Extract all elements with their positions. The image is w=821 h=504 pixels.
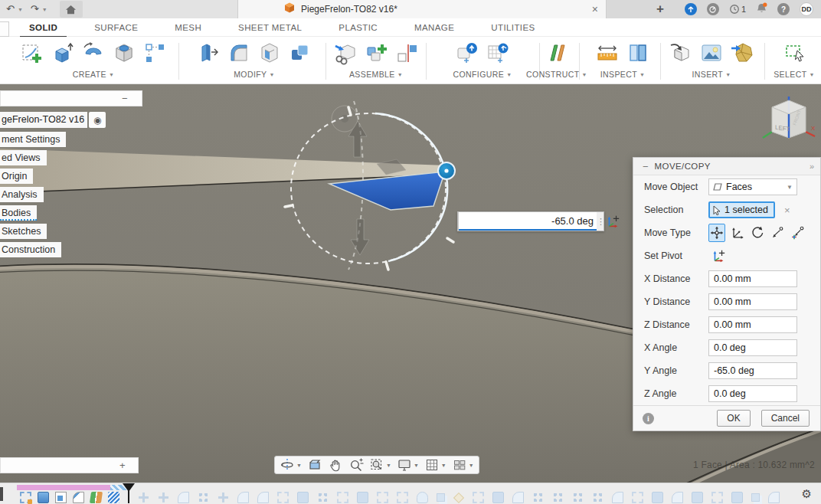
browser-minimize-icon[interactable]: − [122,93,128,104]
construct-group-label[interactable]: CONSTRUCT▼ [526,70,587,79]
browser-item-construction[interactable]: Construction [0,242,61,257]
timeline-rolled-extrude-icon[interactable] [692,492,703,503]
revolve-icon[interactable] [80,40,106,66]
undo-dropdown-icon[interactable]: ▼ [18,7,23,12]
browser-item-sketches[interactable]: Sketches [0,224,47,239]
modify-group-label[interactable]: MODIFY▼ [234,70,275,79]
select-icon[interactable] [781,40,807,66]
configuration-icon[interactable] [454,40,480,66]
timeline-group-bar[interactable] [17,485,110,490]
pan-icon[interactable] [328,457,343,473]
chevron-down-icon[interactable]: ▼ [414,463,419,468]
timeline-rolled-move-icon[interactable] [138,492,149,503]
browser-add-icon[interactable]: + [119,460,126,471]
redo-dropdown-icon[interactable]: ▼ [42,7,47,12]
view-cube[interactable]: LEFT FRONT X [760,92,818,152]
close-tab-icon[interactable]: × [592,3,598,15]
extrude-icon[interactable] [50,40,76,66]
shell-icon[interactable] [257,40,283,66]
orbit-icon[interactable]: ▼ [280,457,302,473]
more-options-icon[interactable]: ⋮ [597,212,605,231]
browser-item-bodies[interactable]: Bodies [0,205,37,221]
timeline-rolled-combine-icon[interactable] [437,493,445,502]
timeline-rolled-pattern-icon[interactable] [198,492,209,503]
canvas-icon[interactable] [698,40,725,66]
expand-icon[interactable]: » [810,162,814,171]
y-distance-field[interactable] [708,293,797,310]
avatar[interactable]: DD [800,2,813,16]
timeline-playhead[interactable] [123,483,135,504]
set-pivot-button[interactable] [708,247,728,265]
tab-utilities[interactable]: UTILITIES [473,18,553,37]
angle-input[interactable] [459,212,597,231]
info-icon[interactable]: i [643,413,654,424]
x-distance-field[interactable] [708,270,797,287]
undo-icon[interactable]: ↶ [5,0,16,18]
move-type-free-move[interactable] [708,224,725,242]
chevron-down-icon[interactable]: ▼ [296,463,302,468]
document-tab[interactable]: PiegeFrelon-TO82 v16* × [237,0,607,18]
activate-component-icon[interactable]: ◉ [89,112,106,128]
hole-icon[interactable] [111,40,137,66]
timeline-rolled-pattern-icon[interactable] [532,492,544,503]
timeline-rolled-pattern-icon[interactable] [572,492,584,503]
timeline-rolled-sketch-icon[interactable] [711,492,723,503]
press-pull-icon[interactable] [195,40,221,66]
timeline-rolled-fillet-icon[interactable] [178,492,189,503]
section-analysis-icon[interactable] [625,40,651,66]
timeline-fillet-icon[interactable] [73,492,84,503]
display-settings-icon[interactable]: ▼ [397,457,419,473]
window-zoom-icon[interactable]: ▼ [369,457,391,473]
timeline-rolled-move-icon[interactable] [158,492,169,503]
timeline-sketch-icon[interactable] [20,492,31,503]
timeline-rolled-sketch-icon[interactable] [397,492,408,503]
set-pivot-icon[interactable] [605,212,620,231]
tab-manage[interactable]: MANAGE [396,18,473,37]
browser-item-analysis[interactable]: Analysis [0,187,44,202]
timeline-settings-gear-icon[interactable]: ⚙ [802,487,812,501]
browser-item-ment-settings[interactable]: ment Settings [0,132,66,147]
look-at-icon[interactable] [307,457,322,473]
create-sketch-icon[interactable] [19,40,45,66]
tab-sheet-metal[interactable]: SHEET METAL [220,18,320,37]
assemble-group-label[interactable]: ASSEMBLE▼ [349,70,403,79]
move-type-rotate[interactable] [749,224,766,242]
inspect-group-label[interactable]: INSPECT▼ [600,70,646,79]
browser-root-item[interactable]: geFrelon-TO82 v16 ◉ [0,112,142,128]
timeline-rolled-revolve-icon[interactable] [417,492,428,503]
move-type-translate[interactable] [728,224,745,242]
tab-plastic[interactable]: PLASTIC [320,18,396,37]
tab-solid[interactable]: SOLID [11,18,76,37]
timeline-plane-icon[interactable] [90,492,103,503]
home-icon[interactable] [60,1,83,18]
timeline-coil-icon[interactable] [108,492,119,503]
z-angle-field[interactable] [708,385,797,402]
browser-item-ed-views[interactable]: ed Views [0,150,47,165]
tab-surface[interactable]: SURFACE [76,18,156,37]
rigid-group-icon[interactable] [394,40,420,66]
y-angle-field[interactable] [708,362,797,379]
timeline-rolled-pattern-icon[interactable] [592,492,603,503]
timeline-rolled-sketch-icon[interactable] [377,492,388,503]
timeline-rolled-extrude-icon[interactable] [297,492,309,503]
tab-mesh[interactable]: MESH [156,18,220,37]
measure-icon[interactable] [594,40,620,66]
create-group-label[interactable]: CREATE▼ [73,70,115,79]
ok-button[interactable]: OK [717,410,750,427]
timeline-rolled-extrude-icon[interactable] [357,492,368,503]
timeline-shell-icon[interactable] [55,492,67,503]
timeline-rolled-pattern-icon[interactable] [317,492,329,503]
configuration-table-icon[interactable] [485,40,511,66]
dialog-header[interactable]: − MOVE/COPY » [633,158,820,175]
timeline-rolled-diamond-icon[interactable] [453,492,464,502]
insert-group-label[interactable]: INSERT▼ [692,70,731,79]
timeline-rolled-fillet-icon[interactable] [768,492,780,503]
chevron-down-icon[interactable]: ▼ [469,463,474,468]
timeline-rolled-fillet-icon[interactable] [672,492,683,503]
grid-icon[interactable]: ▼ [424,457,446,473]
share-icon[interactable] [685,3,697,15]
chevron-down-icon[interactable]: ▼ [441,463,446,468]
viewports-icon[interactable]: ▼ [452,457,474,473]
zoom-icon[interactable] [348,457,364,473]
timeline-extrude-icon[interactable] [38,492,49,503]
